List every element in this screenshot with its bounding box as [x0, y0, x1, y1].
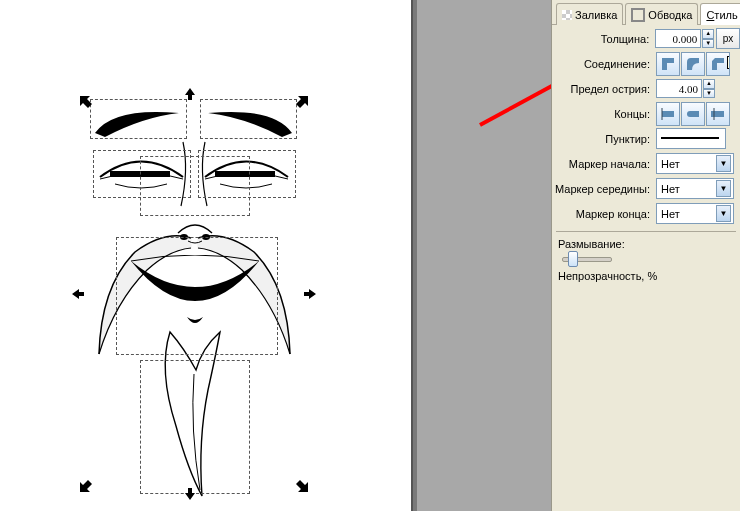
spinner[interactable]: ▲▼ [702, 29, 714, 48]
marker-start-select[interactable]: Нет▼ [656, 153, 734, 174]
selection-box [140, 360, 250, 494]
cap-butt-button[interactable] [656, 102, 680, 126]
chevron-down-icon: ▼ [716, 180, 731, 197]
page-shadow [413, 0, 417, 511]
cap-round-button[interactable] [681, 102, 705, 126]
dash-label: Пунктир: [552, 133, 656, 145]
chevron-down-icon: ▼ [716, 155, 731, 172]
caps-label: Концы: [552, 108, 656, 120]
tab-fill[interactable]: Заливка [556, 3, 623, 25]
join-bevel-button[interactable]: Скругл [706, 52, 730, 76]
select-value: Нет [661, 158, 680, 170]
stroke-swatch-icon [631, 8, 645, 22]
marker-end-label: Маркер конца: [552, 208, 656, 220]
width-label: Толщина: [552, 33, 655, 45]
tab-label: Стиль обв [706, 9, 740, 21]
spinner[interactable]: ▲▼ [703, 79, 715, 98]
tab-label: Обводка [648, 9, 692, 21]
tooltip: Скругл [727, 56, 730, 69]
canvas-area[interactable] [0, 0, 551, 511]
opacity-label: Непрозрачность, % [558, 270, 734, 282]
marker-end-select[interactable]: Нет▼ [656, 203, 734, 224]
blur-slider[interactable] [562, 250, 612, 266]
marker-start-label: Маркер начала: [552, 158, 656, 170]
svg-rect-10 [711, 111, 724, 117]
blur-label: Размывание: [558, 238, 734, 250]
stroke-width-input[interactable] [655, 29, 701, 48]
cap-square-button[interactable] [706, 102, 730, 126]
join-miter-button[interactable] [656, 52, 680, 76]
join-round-button[interactable] [681, 52, 705, 76]
selection-box [140, 156, 250, 216]
tab-stroke-style[interactable]: Стиль обв [700, 3, 740, 25]
selection-box [90, 99, 187, 139]
marker-mid-select[interactable]: Нет▼ [656, 178, 734, 199]
select-value: Нет [661, 208, 680, 220]
miter-limit-input[interactable] [656, 79, 702, 98]
svg-rect-8 [662, 111, 674, 117]
selection-box [200, 99, 297, 139]
page [0, 0, 413, 511]
selection-box [116, 237, 278, 355]
tab-strip: Заливка Обводка Стиль обв [552, 0, 740, 25]
tab-stroke[interactable]: Обводка [625, 3, 698, 25]
select-value: Нет [661, 183, 680, 195]
chevron-down-icon: ▼ [716, 205, 731, 222]
stroke-panel: Заливка Обводка Стиль обв document.query… [551, 0, 740, 511]
tab-label: Заливка [575, 9, 617, 21]
miter-label: Предел острия: [552, 83, 656, 95]
join-label: Соединение: [552, 58, 656, 70]
marker-mid-label: Маркер середины: [552, 183, 656, 195]
dash-pattern-input[interactable] [656, 128, 726, 149]
fill-swatch-icon [562, 10, 572, 20]
unit-selector[interactable]: px [716, 28, 740, 49]
